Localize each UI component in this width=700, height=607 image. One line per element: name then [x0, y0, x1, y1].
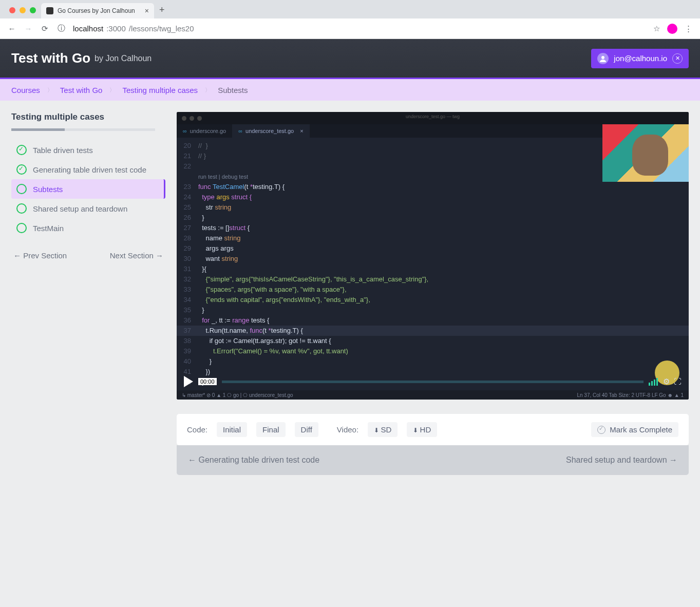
browser-tab-bar: Go Courses by Jon Calhoun × + [0, 0, 700, 18]
sidebar-item[interactable]: TestMain [11, 218, 165, 238]
check-circle-icon [597, 426, 606, 434]
circle-icon [16, 184, 27, 194]
svg-point-0 [601, 56, 604, 59]
circle-icon [16, 223, 27, 233]
next-lesson-link[interactable]: Shared setup and teardown → [566, 456, 677, 465]
maximize-window-icon[interactable] [30, 7, 36, 13]
video-label: Video: [337, 425, 358, 434]
url-port: :3000 [106, 24, 126, 33]
user-avatar-icon [597, 53, 609, 64]
course-author: by Jon Calhoun [94, 54, 152, 63]
logout-icon[interactable]: ✕ [672, 53, 683, 64]
go-file-icon: ∞ [183, 128, 187, 134]
window-controls[interactable] [4, 7, 41, 18]
browser-tab[interactable]: Go Courses by Jon Calhoun × [41, 3, 154, 18]
seek-bar[interactable] [222, 381, 644, 383]
url-field[interactable]: localhost:3000/lessons/twg_les20 [73, 24, 646, 33]
reload-button[interactable]: ⟳ [40, 24, 49, 33]
bookmark-icon[interactable]: ☆ [653, 24, 660, 33]
progress-bar [11, 128, 155, 131]
prev-lesson-link[interactable]: ← Generating table driven test code [188, 456, 319, 465]
back-button[interactable]: ← [7, 24, 16, 33]
code-diff-button[interactable]: Diff [295, 422, 318, 437]
editor-tab[interactable]: ∞underscore.go [177, 124, 232, 138]
download-hd-button[interactable]: HD [407, 422, 437, 437]
breadcrumb-current: Subtests [218, 86, 248, 94]
url-host: localhost [73, 24, 103, 33]
sidebar-item-active[interactable]: Subtests [11, 179, 165, 199]
editor-status-bar: ↳ master* ⊘ 0 ▲ 1 ⎔ go | ⎔ underscore_te… [177, 390, 689, 400]
favicon-icon [46, 7, 53, 14]
code-initial-button[interactable]: Initial [217, 422, 247, 437]
tab-title: Go Courses by Jon Calhoun [58, 7, 135, 14]
code-label: Code: [187, 425, 207, 434]
download-sd-button[interactable]: SD [368, 422, 398, 437]
breadcrumb-item[interactable]: Test with Go [60, 86, 103, 94]
fullscreen-icon[interactable]: ⛶ [674, 377, 682, 386]
go-file-icon: ∞ [238, 128, 242, 134]
sidebar-item[interactable]: Shared setup and teardown [11, 199, 165, 218]
sidebar-item-label: Table driven tests [33, 146, 93, 155]
mark-complete-button[interactable]: Mark as Complete [591, 422, 678, 437]
play-button[interactable] [184, 376, 193, 387]
breadcrumb-item[interactable]: Testing multiple cases [122, 86, 198, 94]
site-info-icon[interactable]: ⓘ [56, 24, 66, 33]
address-bar: ← → ⟳ ⓘ localhost:3000/lessons/twg_les20… [0, 18, 700, 39]
profile-avatar-icon[interactable] [667, 24, 677, 34]
chevron-right-icon: 〉 [109, 86, 115, 94]
next-section-link[interactable]: Next Section → [110, 251, 163, 260]
volume-icon[interactable] [649, 378, 658, 386]
time-tooltip: 00:00 [198, 378, 217, 385]
sidebar-item[interactable]: Generating table driven test code [11, 160, 165, 179]
user-email: jon@calhoun.io [614, 54, 667, 63]
prev-section-link[interactable]: ← Prev Section [13, 251, 67, 260]
sidebar-item-label: Subtests [33, 185, 63, 194]
content-area: Testing multiple cases Table driven test… [0, 101, 700, 486]
status-left: ↳ master* ⊘ 0 ▲ 1 ⎔ go | ⎔ underscore_te… [182, 392, 293, 398]
sidebar-item-label: TestMain [33, 224, 64, 233]
forward-button[interactable]: → [24, 24, 33, 33]
editor-tab-active[interactable]: ∞underscore_test.go × [232, 124, 309, 138]
video-player[interactable]: underscore_test.go — twg ∞underscore.go … [177, 112, 689, 400]
lesson-nav: ← Generating table driven test code Shar… [177, 445, 689, 475]
section-title: Testing multiple cases [11, 112, 165, 122]
code-final-button[interactable]: Final [256, 422, 286, 437]
new-tab-button[interactable]: + [154, 5, 170, 18]
circle-icon [16, 203, 27, 214]
main-panel: underscore_test.go — twg ∞underscore.go … [177, 112, 689, 475]
sidebar-item-label: Generating table driven test code [33, 165, 146, 174]
browser-chrome: Go Courses by Jon Calhoun × + ← → ⟳ ⓘ lo… [0, 0, 700, 39]
chevron-right-icon: 〉 [205, 86, 211, 94]
app-header: Test with Go by Jon Calhoun jon@calhoun.… [0, 39, 700, 79]
editor-window-title: underscore_test.go — twg [406, 114, 460, 119]
breadcrumb-item[interactable]: Courses [11, 86, 40, 94]
lesson-toolbar: Code: Initial Final Diff Video: SD HD Ma… [177, 414, 689, 445]
sidebar-item-label: Shared setup and teardown [33, 204, 127, 213]
check-icon [16, 145, 27, 155]
browser-menu-icon[interactable]: ⋮ [685, 24, 693, 33]
section-nav: ← Prev Section Next Section → [11, 251, 165, 260]
minimize-window-icon[interactable] [20, 7, 26, 13]
status-right: Ln 37, Col 40 Tab Size: 2 UTF-8 LF Go ☻ … [577, 392, 684, 398]
close-tab-icon[interactable]: × [145, 7, 149, 15]
close-icon[interactable]: × [300, 128, 303, 134]
webcam-overlay [602, 124, 689, 182]
sidebar-item[interactable]: Table driven tests [11, 140, 165, 160]
video-controls: 00:00 ⚙⛶ [177, 374, 689, 389]
settings-icon[interactable]: ⚙ [663, 377, 670, 386]
url-path: /lessons/twg_les20 [129, 24, 194, 33]
lesson-sidebar: Testing multiple cases Table driven test… [11, 112, 165, 475]
chevron-right-icon: 〉 [47, 86, 53, 94]
close-window-icon[interactable] [9, 7, 15, 13]
check-icon [16, 164, 27, 175]
breadcrumb: Courses 〉 Test with Go 〉 Testing multipl… [0, 79, 700, 101]
course-title: Test with Go [11, 50, 90, 66]
user-menu[interactable]: jon@calhoun.io ✕ [591, 49, 689, 68]
